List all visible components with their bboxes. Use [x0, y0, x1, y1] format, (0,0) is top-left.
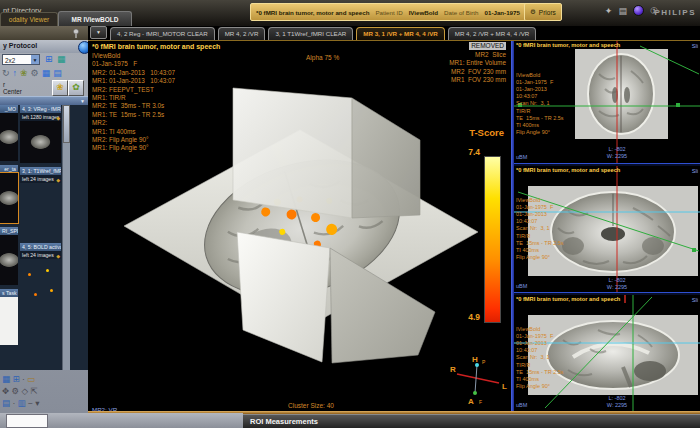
view-tab-2[interactable]: MR 4, 2 /VR	[218, 27, 266, 40]
annotation-line: TI 400ms	[516, 122, 564, 129]
annotation-line: MR1: TIR/R	[92, 94, 175, 102]
grid-layout-icon[interactable]: ⊞	[45, 54, 53, 64]
thumbnail-scrollbar[interactable]	[62, 105, 70, 370]
mpr-panel-axial[interactable]: *0 fMRI brain tumor, motor and speech Sl…	[514, 41, 700, 163]
annotation-line: TIR/R	[516, 108, 564, 115]
grid-small-icon-2[interactable]: ▤	[53, 68, 62, 78]
removed-badge: REMOVED	[469, 42, 506, 50]
annotation-line: MR1: Flip Angle 90°	[92, 144, 175, 152]
annotation-line: IViewBold	[516, 197, 564, 204]
dropdown-caret-icon[interactable]: ▾	[35, 398, 39, 408]
view-tab-5[interactable]: MR 4, 2 /VR + MR 4, 4 /VR	[448, 27, 536, 40]
annotation-line: 10:43:07	[516, 347, 564, 354]
pin-icon[interactable]	[72, 28, 82, 38]
align-flower-button-1[interactable]: ❀	[52, 80, 68, 96]
tab-list-dropdown-button[interactable]: ▼	[90, 26, 107, 39]
tscore-colorbar[interactable]	[484, 156, 501, 323]
tag-icon[interactable]: ◇	[22, 386, 29, 396]
series-header-1[interactable]: 4, 3: VReg - fMRI_M	[20, 105, 61, 113]
annotation-line: TE 15ms - TR 2.5s	[516, 115, 564, 122]
mpr-panel-sagittal[interactable]: *0 fMRI brain tumor, motor and speech Sl…	[514, 295, 700, 412]
color-swatch-box[interactable]	[6, 414, 48, 428]
dob-label: Date of Birth	[444, 9, 478, 16]
window-value: W: 2295	[582, 153, 652, 160]
move-icon[interactable]: ✥	[2, 386, 9, 396]
chevron-down-icon: ▼	[31, 55, 39, 64]
annotation-line: IViewBold	[516, 326, 564, 333]
align-flower-button-2[interactable]: ✿	[68, 80, 84, 96]
sagittal-plane-upper[interactable]	[352, 98, 420, 218]
annotation-line: MR1: 01-Jan-2013 10:43:07	[92, 77, 175, 85]
viewport-status-lines: MR2: VRMR1: VRMR2: L 6.1 W 2.5MR1: L -80…	[92, 385, 152, 411]
viewport-annotations-right: MR2 SliceMR1: Entire VolumeMR2 FOV 230 m…	[449, 51, 506, 85]
series-left-header-1[interactable]: _MO	[0, 105, 18, 113]
annotation-line: TIR/R	[516, 233, 564, 240]
view-tab-3[interactable]: 3, 1 T1Wref_fMRI CLEAR	[268, 27, 353, 40]
center-label: r Center	[3, 81, 22, 95]
orientation-gizmo[interactable]: H P R L A F	[448, 352, 510, 406]
philips-logo: PHILIPS	[654, 8, 696, 17]
patient-banner[interactable]: *0 fMRI brain tumor, motor and speech Pa…	[250, 3, 530, 21]
series-left-thumb-4[interactable]	[0, 297, 18, 345]
gear-small-icon[interactable]: ⚙	[31, 68, 39, 78]
series-thumb-3-bold[interactable]	[20, 259, 61, 313]
grid-plus-icon[interactable]: ⊞	[12, 374, 19, 384]
view-tab-4-active[interactable]: MR 3, 1 /VR + MR 4, 4 /VR	[356, 27, 444, 40]
series-count-3: left 24 images◆	[20, 251, 61, 259]
series-left-header-3[interactable]: RI_SPE	[0, 227, 18, 235]
series-thumb-1[interactable]	[20, 121, 61, 163]
series-thumbnail-panel: _MO er_ta RI_SPE s Task 4, 3: VReg - fMR…	[0, 105, 88, 370]
layout-dropdown[interactable]: 2x2 ▼	[2, 54, 40, 65]
layout-icon[interactable]: ▤	[2, 398, 10, 408]
refresh-icon[interactable]: ↻	[2, 68, 10, 78]
coronal-plane-lower[interactable]	[237, 232, 330, 362]
grid-layout-alt-icon[interactable]: ▦	[57, 54, 66, 64]
series-left-thumb-2-selected[interactable]	[0, 173, 18, 223]
corner-label: uBM	[516, 283, 527, 289]
minus-icon[interactable]: −	[28, 398, 33, 408]
series-header-3[interactable]: 4, 5: BOLD activatio	[20, 243, 61, 251]
series-count-2: left 24 images◆	[20, 175, 61, 183]
up-arrow-icon[interactable]: ↑	[13, 68, 18, 78]
series-left-thumb-3[interactable]	[0, 235, 18, 285]
panel-title: *0 fMRI brain tumor, motor and speech	[516, 296, 620, 302]
key-icon: ◆	[56, 114, 60, 121]
coronal-plane-upper[interactable]	[233, 88, 352, 218]
angle-icon[interactable]: ⇱	[30, 386, 37, 396]
grid-small-icon[interactable]: ▦	[42, 68, 51, 78]
mpr-panel-coronal[interactable]: *0 fMRI brain tumor, motor and speech Sl…	[514, 166, 700, 292]
viewport-study-title: *0 fMRI brain tumor, motor and speech	[92, 43, 220, 50]
sidebar-bottom-toolbar: ▦ ⊞ · ▭ ✥ ⚙ ◇ ⇱ ▤ · ▥ − ▾	[2, 373, 86, 409]
flower-tool-icon[interactable]: ❀	[20, 68, 28, 78]
series-header-2[interactable]: 3, 1: T1Wref_fMRI C	[20, 167, 61, 175]
layout-icon-2[interactable]: ▥	[18, 398, 26, 408]
gear-icon-small[interactable]: ⚙	[12, 386, 20, 396]
tab-mr-iviewbold[interactable]: MR IViewBOLD	[58, 11, 132, 27]
series-left-header-2[interactable]: er_ta	[0, 165, 18, 173]
series-left-thumb-1[interactable]	[0, 113, 18, 161]
activation-dot	[50, 289, 53, 292]
view-tab-1[interactable]: 4, 2 Reg - fMRI_MOTOR CLEAR	[110, 27, 215, 40]
center-label-line1: r	[3, 81, 22, 88]
series-thumb-2[interactable]	[20, 183, 61, 237]
tab-modality-viewer[interactable]: odality Viewer	[0, 12, 58, 27]
annotation-line: Scan Nr: 3, 1	[516, 225, 564, 232]
scrollbar-thumb[interactable]	[63, 105, 70, 143]
sidebar-top-strip	[0, 26, 88, 40]
annotation-line: Flip Angle 90°	[516, 129, 564, 136]
application-window: nt Directory *0 fMRI brain tumor, motor …	[0, 0, 700, 428]
level-window-readout: L: -802 W: 2295	[582, 395, 652, 408]
layers-icon[interactable]: ▤	[618, 6, 627, 16]
folder-icon[interactable]: ▭	[27, 374, 35, 384]
settings-icon[interactable]: ✦	[605, 6, 613, 16]
priors-button[interactable]: ⚙ Priors	[524, 3, 562, 21]
annotation-line: 01-Jan-1975 F	[516, 204, 564, 211]
orientation-f: F	[479, 399, 482, 405]
main-3d-viewport[interactable]: *0 fMRI brain tumor, motor and speech IV…	[88, 41, 511, 411]
series-left-header-4[interactable]: s Task	[0, 289, 18, 297]
grid-icon[interactable]: ▦	[2, 374, 10, 384]
bottom-left-strip	[0, 413, 243, 428]
roi-measurements-bar[interactable]: ROI Measurements	[243, 414, 700, 428]
user-session-icon[interactable]	[633, 5, 644, 16]
top-bar: nt Directory *0 fMRI brain tumor, motor …	[0, 0, 700, 26]
